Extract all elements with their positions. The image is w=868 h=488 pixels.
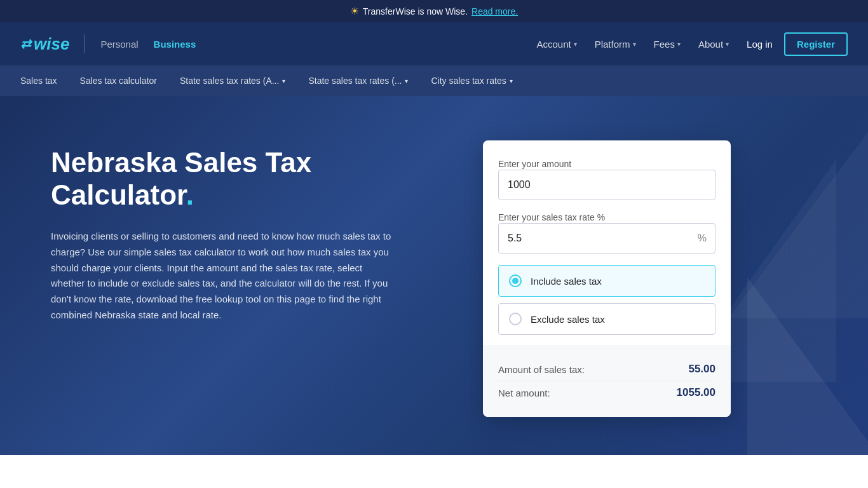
tax-result-value: 55.00 bbox=[688, 363, 715, 376]
nav-platform[interactable]: Platform ▾ bbox=[588, 34, 642, 55]
bottom-title: Save with Wise when invoicing clients bbox=[51, 485, 817, 488]
nav-about-label: About bbox=[698, 39, 723, 50]
top-banner: ☀ TransferWise is now Wise. Read more. bbox=[0, 0, 868, 22]
subnav-city-rates[interactable]: City sales tax rates ▾ bbox=[419, 65, 524, 96]
net-result-row: Net amount: 1055.00 bbox=[498, 381, 715, 404]
subnav-state-rates-b-label: State sales tax rates (... bbox=[308, 76, 402, 86]
chevron-down-icon: ▾ bbox=[574, 41, 577, 48]
nav-about[interactable]: About ▾ bbox=[692, 34, 735, 55]
banner-link[interactable]: Read more. bbox=[471, 6, 518, 17]
logo[interactable]: ⇄ wise bbox=[20, 34, 69, 54]
hero-title-line2: Calculator bbox=[51, 179, 186, 210]
hero-section: Nebraska Sales Tax Calculator. Invoicing… bbox=[0, 96, 868, 455]
title-dot: . bbox=[186, 179, 194, 210]
chevron-down-icon: ▾ bbox=[677, 41, 681, 48]
hero-title-line1: Nebraska Sales Tax bbox=[51, 147, 311, 178]
subnav-sales-tax-calc-label: Sales tax calculator bbox=[80, 76, 157, 86]
header: ⇄ wise Personal Business Account ▾ Platf… bbox=[0, 22, 868, 65]
amount-input-wrap bbox=[498, 170, 715, 200]
amount-input[interactable] bbox=[498, 170, 715, 200]
percent-symbol: % bbox=[698, 233, 707, 244]
nav-account-label: Account bbox=[536, 39, 571, 50]
exclude-sales-tax-option[interactable]: Exclude sales tax bbox=[498, 303, 715, 335]
login-button[interactable]: Log in bbox=[740, 34, 779, 55]
logo-text: wise bbox=[34, 34, 69, 54]
logo-symbol: ⇄ bbox=[20, 36, 31, 51]
rate-input-wrap: % bbox=[498, 223, 715, 254]
register-button[interactable]: Register bbox=[784, 32, 848, 56]
nav-fees-label: Fees bbox=[654, 39, 675, 50]
page-title: Nebraska Sales Tax Calculator. bbox=[51, 147, 458, 211]
sun-icon: ☀ bbox=[350, 5, 359, 17]
rate-label: Enter your sales tax rate % bbox=[498, 212, 605, 222]
include-radio-circle bbox=[509, 274, 522, 287]
header-left: ⇄ wise Personal Business bbox=[20, 34, 196, 54]
subnav-state-rates-a[interactable]: State sales tax rates (A... ▾ bbox=[168, 65, 297, 96]
calculator-card: Enter your amount Enter your sales tax r… bbox=[483, 140, 731, 417]
header-right: Account ▾ Platform ▾ Fees ▾ About ▾ Log … bbox=[530, 32, 848, 56]
exclude-label: Exclude sales tax bbox=[531, 314, 605, 325]
net-result-value: 1055.00 bbox=[677, 386, 715, 399]
hero-description: Invoicing clients or selling to customer… bbox=[51, 229, 394, 323]
rate-input[interactable] bbox=[498, 223, 715, 254]
include-label: Include sales tax bbox=[531, 276, 602, 287]
chevron-down-icon: ▾ bbox=[282, 78, 285, 85]
include-sales-tax-option[interactable]: Include sales tax bbox=[498, 265, 715, 297]
subnav-sales-tax-label: Sales tax bbox=[20, 76, 57, 86]
net-result-label: Net amount: bbox=[498, 388, 550, 398]
subnav-state-rates-b[interactable]: State sales tax rates (... ▾ bbox=[297, 65, 419, 96]
nav-business[interactable]: Business bbox=[154, 39, 196, 50]
chevron-down-icon: ▾ bbox=[405, 78, 408, 85]
chevron-down-icon: ▾ bbox=[726, 41, 729, 48]
subnav-state-rates-a-label: State sales tax rates (A... bbox=[180, 76, 279, 86]
calc-results: Amount of sales tax: 55.00 Net amount: 1… bbox=[483, 345, 731, 417]
exclude-radio-circle bbox=[509, 313, 522, 325]
subnav-sales-tax-calc[interactable]: Sales tax calculator bbox=[69, 65, 168, 96]
chevron-down-icon: ▾ bbox=[633, 41, 636, 48]
nav-divider bbox=[85, 34, 85, 53]
chevron-down-icon: ▾ bbox=[510, 78, 513, 85]
subnav-sales-tax[interactable]: Sales tax bbox=[20, 65, 69, 96]
nav-personal[interactable]: Personal bbox=[100, 39, 138, 50]
nav-fees[interactable]: Fees ▾ bbox=[648, 34, 687, 55]
banner-text: TransferWise is now Wise. bbox=[363, 6, 468, 17]
tax-result-row: Amount of sales tax: 55.00 bbox=[498, 358, 715, 381]
hero-content: Nebraska Sales Tax Calculator. Invoicing… bbox=[51, 134, 458, 323]
nav-platform-label: Platform bbox=[595, 39, 630, 50]
subnav-city-rates-label: City sales tax rates bbox=[431, 76, 506, 86]
bottom-section: Save with Wise when invoicing clients bbox=[0, 455, 868, 488]
nav-account[interactable]: Account ▾ bbox=[530, 34, 583, 55]
tax-result-label: Amount of sales tax: bbox=[498, 364, 585, 375]
sub-nav: Sales tax Sales tax calculator State sal… bbox=[0, 65, 868, 96]
amount-label: Enter your amount bbox=[498, 159, 571, 169]
